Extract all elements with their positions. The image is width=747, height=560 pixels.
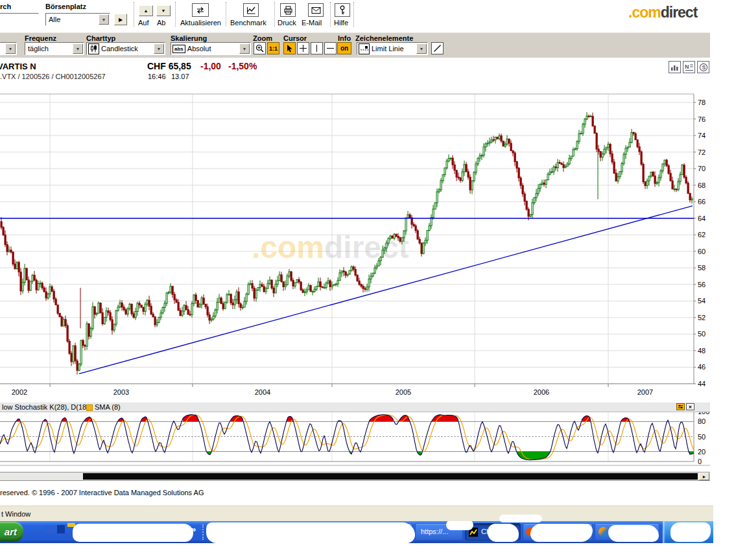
frequenz-select[interactable]: täglich ▼ <box>25 42 84 55</box>
zoom-ratio-label: 1:1 <box>269 45 278 52</box>
stochastic-settings-button[interactable] <box>676 403 685 410</box>
stochastic-header: low Stochastik K(28), D(18) SMA (8) × <box>0 402 710 412</box>
hilfe-label: Hilfe <box>334 19 348 27</box>
ab-button[interactable]: ▼ <box>156 5 171 16</box>
abs-badge: abs <box>172 45 185 53</box>
zoom-in-button[interactable] <box>254 42 266 54</box>
search-input[interactable] <box>0 13 39 25</box>
scrollbar-thumb[interactable] <box>83 473 698 480</box>
quicklaunch-icon[interactable] <box>57 525 65 533</box>
zoom-1-1-button[interactable]: 1:1 <box>267 42 279 54</box>
toolbar-chart: ▼ Frequenz täglich ▼ Charttyp Candlestic… <box>0 32 710 58</box>
svg-text:20: 20 <box>698 448 706 456</box>
chevron-down-icon[interactable]: ▼ <box>416 43 427 54</box>
svg-text:2006: 2006 <box>534 388 549 396</box>
aktualisieren-button[interactable] <box>192 3 209 17</box>
auf-button[interactable]: ▲ <box>139 5 153 16</box>
info-on-button[interactable]: on <box>337 42 351 54</box>
sma-legend-label: SMA (8) <box>95 403 121 411</box>
instrument-subtitle: .VTX / 1200526 / CH0012005267 <box>0 73 106 80</box>
email-button[interactable] <box>308 3 324 17</box>
chart-hscrollbar[interactable]: ► <box>0 472 710 481</box>
svg-text:70: 70 <box>698 165 706 172</box>
chart-view-button[interactable] <box>669 61 681 73</box>
svg-text:2004: 2004 <box>255 388 270 396</box>
benchmark-label: Benchmark <box>230 19 267 27</box>
main-price-chart[interactable]: 787674727068666462605856545250484644.com… <box>0 91 713 401</box>
boersenplatz-select[interactable]: Alle ▼ <box>45 13 110 26</box>
candlestick-icon <box>90 45 97 52</box>
redaction-blob <box>488 524 519 542</box>
copyright-line: reserved. © 1996 - 2007 Interactive Data… <box>0 489 204 496</box>
close-icon: × <box>689 404 692 410</box>
search-label: rch <box>0 3 11 10</box>
draw-line-button[interactable] <box>431 42 444 54</box>
arrow-down-icon: ▼ <box>161 8 166 13</box>
frequenz-label: Frequenz <box>25 34 56 42</box>
skalierung-select[interactable]: abs Absolut ▼ <box>171 42 251 55</box>
benchmark-button[interactable] <box>243 3 259 17</box>
svg-text:50: 50 <box>698 433 706 441</box>
info-label: Info <box>338 34 351 42</box>
printer-icon <box>283 6 293 15</box>
druck-button[interactable] <box>280 3 296 17</box>
key-icon <box>338 5 346 15</box>
applet-status-text: t Window <box>1 510 30 518</box>
stochastic-header-label: low Stochastik K(28), D(18) <box>2 403 89 411</box>
chevron-down-icon[interactable]: ▼ <box>5 43 16 54</box>
cursor-arrow-icon <box>286 44 293 52</box>
redaction-blob <box>670 522 711 542</box>
charttyp-select[interactable]: Candlestick ▼ <box>86 42 165 55</box>
redaction-blob <box>608 525 659 542</box>
zeichenelemente-select[interactable]: Limit Linie ▼ <box>357 42 428 55</box>
svg-text:2007: 2007 <box>637 388 653 396</box>
svg-text:52: 52 <box>698 314 706 321</box>
chevron-down-icon[interactable]: ▼ <box>154 43 164 54</box>
zeitraum-select-clipped[interactable]: ▼ <box>0 42 17 55</box>
snapshot-button[interactable]: S <box>697 61 709 73</box>
svg-text:80: 80 <box>698 417 706 425</box>
chevron-down-icon[interactable]: ▼ <box>73 43 83 54</box>
svg-text:76: 76 <box>698 115 706 123</box>
hilfe-button[interactable] <box>335 3 350 17</box>
comdirect-chart-app: rch Börsenplatz Alle ▼ ▶ ▲ ▼ Auf Ab Aktu… <box>0 0 747 560</box>
start-button[interactable]: art <box>0 522 23 542</box>
quicklaunch-icon[interactable] <box>45 526 54 533</box>
comdirect-logo: .comdirect <box>628 4 697 21</box>
boersenplatz-value: Alle <box>49 16 60 23</box>
benchmark-chart-icon <box>246 6 256 15</box>
boersenplatz-go-button[interactable]: ▶ <box>114 14 127 25</box>
frequenz-value: täglich <box>28 45 49 52</box>
svg-text:0: 0 <box>698 458 702 465</box>
limit-line-icon <box>361 45 368 52</box>
last-price: CHF 65,85 <box>147 61 191 71</box>
cursor-arrow-button[interactable] <box>283 42 296 54</box>
cursor-hline-button[interactable] <box>324 42 337 54</box>
auf-label: Auf <box>138 19 149 27</box>
taskbar-separator <box>202 524 204 540</box>
svg-text:44: 44 <box>698 380 706 388</box>
envelope-icon <box>311 6 321 14</box>
svg-text:58: 58 <box>698 264 706 272</box>
svg-text:2005: 2005 <box>396 388 411 396</box>
svg-text:54: 54 <box>698 297 706 305</box>
aktualisieren-label: Aktualisieren <box>180 19 221 27</box>
chevron-down-icon[interactable]: ▼ <box>99 14 109 25</box>
arrow-up-icon: ▲ <box>144 8 148 13</box>
svg-text:2002: 2002 <box>12 388 27 396</box>
cursor-cross-button[interactable] <box>297 42 309 54</box>
scrollbar-right-arrow[interactable]: ► <box>699 472 709 480</box>
cursor-label: Cursor <box>283 34 307 42</box>
redaction-blob <box>446 521 473 530</box>
news-button[interactable]: N <box>683 61 695 73</box>
chevron-down-icon[interactable]: ▼ <box>239 43 250 54</box>
sma-legend-swatch <box>86 404 93 411</box>
svg-text:56: 56 <box>698 281 706 288</box>
svg-text:78: 78 <box>698 99 706 106</box>
cursor-vline-button[interactable] <box>311 42 323 54</box>
stochastic-close-button[interactable]: × <box>686 403 694 410</box>
logo-com: .com <box>628 4 661 21</box>
ab-label: Ab <box>157 19 165 27</box>
svg-text:.comdirect: .comdirect <box>252 230 409 264</box>
charttyp-value: Candlestick <box>101 45 138 52</box>
